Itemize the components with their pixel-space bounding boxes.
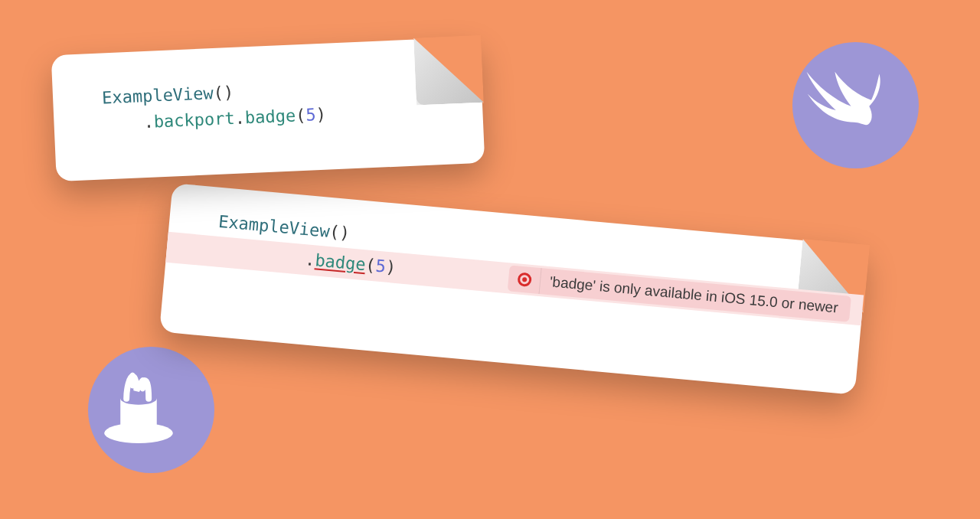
svg-point-2 <box>129 372 137 388</box>
magic-badge <box>88 347 214 473</box>
code-block: ExampleView() .badge(5) 'badge' is only … <box>165 183 868 325</box>
code-indent <box>103 113 144 133</box>
code-token-badge-error: badge <box>314 250 366 274</box>
code-token-close: ) <box>315 105 326 125</box>
code-token-badge: badge <box>244 106 296 128</box>
code-token-parens: () <box>213 83 234 103</box>
magic-hat-icon <box>88 358 214 462</box>
code-snippet-error: ExampleView() .badge(5) 'badge' is only … <box>159 183 868 395</box>
svg-point-3 <box>139 377 147 391</box>
code-snippet-backport: ExampleView() .backport.badge(5) <box>51 37 485 181</box>
error-dot-icon <box>517 273 532 288</box>
code-token-type: ExampleView <box>102 83 214 107</box>
code-block: ExampleView() .backport.badge(5) <box>51 37 483 140</box>
error-icon-cell <box>508 265 542 294</box>
code-token-type: ExampleView <box>217 212 330 241</box>
code-token-parens: () <box>328 222 351 243</box>
code-token-close: ) <box>385 257 397 277</box>
code-token-backport: backport <box>153 109 235 132</box>
swift-badge <box>792 42 919 168</box>
code-indent <box>263 246 305 269</box>
swift-bird-icon <box>792 54 919 158</box>
code-token-number: 5 <box>305 105 316 125</box>
code-token-open: ( <box>296 106 306 126</box>
code-token-dot: . <box>143 113 154 132</box>
